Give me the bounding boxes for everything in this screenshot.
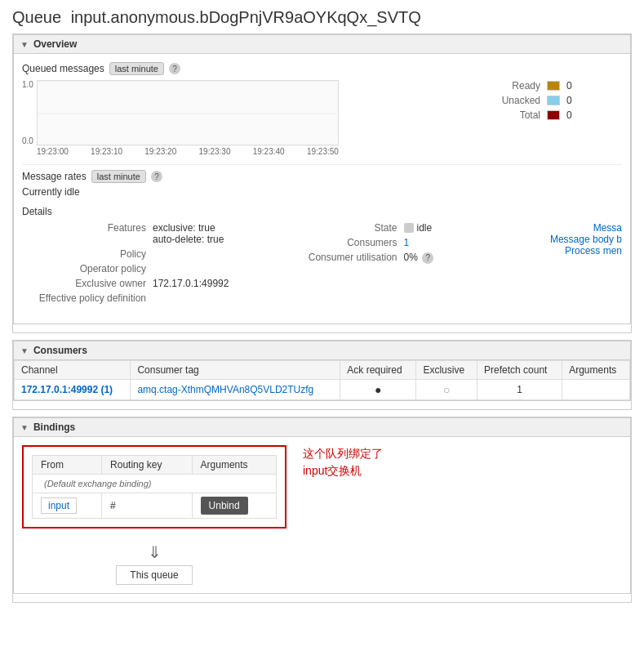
- col-channel: Channel: [15, 361, 131, 380]
- overview-section-content: Queued messages last minute ? 1.0 0.0: [13, 54, 631, 324]
- default-exchange-text: (Default exchange binding): [41, 477, 154, 490]
- consumer-utilisation-help-icon[interactable]: ?: [422, 252, 433, 264]
- from-value: input: [41, 497, 77, 514]
- features-value2: auto-delete: true: [153, 234, 224, 245]
- arrow-down-icon: ⇓: [148, 544, 162, 560]
- features-label: Features: [22, 222, 153, 234]
- details-subsection: Details Features exclusive: true auto-de…: [22, 206, 622, 307]
- bindings-section-header[interactable]: ▼ Bindings: [13, 417, 631, 437]
- annotation-col: 这个队列绑定了input交换机: [303, 445, 383, 479]
- annotation-text: 这个队列绑定了input交换机: [303, 445, 383, 479]
- queued-messages-subsection: Queued messages last minute ? 1.0 0.0: [22, 62, 622, 156]
- routing-key-header: Routing key: [102, 456, 192, 475]
- page-title: Queue input.anonymous.bDogPnjVR9aOYKqQx_…: [12, 8, 632, 27]
- effective-policy-row: Effective policy definition: [22, 292, 273, 304]
- total-color-box: [547, 110, 560, 120]
- ack-required-dot: ●: [375, 383, 381, 396]
- col-exclusive: Exclusive: [416, 361, 477, 380]
- features-value1: exclusive: true: [153, 222, 224, 234]
- consumer-utilisation-label: Consumer utilisation: [273, 252, 404, 263]
- bindings-table-head: From Routing key Arguments: [33, 456, 277, 475]
- ready-label: Ready: [491, 80, 540, 91]
- right-col1: Messa: [524, 222, 622, 234]
- bindings-inner-box: From Routing key Arguments (Default exch…: [22, 445, 286, 529]
- exclusive-owner-value: 172.17.0.1:49992: [153, 278, 229, 289]
- exclusive-owner-label: Exclusive owner: [22, 278, 153, 289]
- exclusive-dot: ○: [443, 383, 450, 396]
- message-rates-label: Message rates: [22, 171, 87, 182]
- arguments-header: Arguments: [192, 456, 276, 475]
- consumers-table-head: Channel Consumer tag Ack required Exclus…: [15, 361, 630, 380]
- operator-policy-label: Operator policy: [22, 263, 153, 274]
- chart-svg: [38, 81, 340, 146]
- ready-value: 0: [566, 80, 572, 91]
- unacked-value: 0: [566, 95, 572, 106]
- details-container: Features exclusive: true auto-delete: tr…: [22, 222, 622, 307]
- state-value: idle: [404, 222, 433, 234]
- bindings-layout: From Routing key Arguments (Default exch…: [22, 445, 622, 585]
- queued-messages-label: Queued messages: [22, 63, 104, 74]
- prefetch-count-cell: 1: [477, 380, 562, 400]
- message-rates-help-icon[interactable]: ?: [151, 171, 162, 182]
- details-middle-col: State idle Consumers 1 Consumer utilisat…: [273, 222, 525, 307]
- right-col2: Message body b: [524, 234, 622, 245]
- details-right-col: Messa Message body b Process men: [524, 222, 622, 307]
- message-rates-badge[interactable]: last minute: [91, 170, 146, 183]
- total-label: Total: [491, 109, 540, 121]
- time-range-badge[interactable]: last minute: [109, 62, 164, 75]
- message-rates-subsection: Message rates last minute ? Currently id…: [22, 170, 622, 198]
- from-header: From: [33, 456, 102, 475]
- consumers-section-header[interactable]: ▼ Consumers: [13, 341, 631, 360]
- default-exchange-row: (Default exchange binding): [33, 475, 277, 493]
- consumers-row: Consumers 1: [273, 237, 525, 248]
- chart-container: 1.0 0.0: [22, 80, 475, 156]
- col-ack-required: Ack required: [340, 361, 416, 380]
- arguments-cell: [562, 380, 630, 400]
- unbind-button[interactable]: Unbind: [201, 497, 248, 515]
- consumer-tag-cell[interactable]: amq.ctag-XthmQMHVAn8Q5VLD2TUzfg: [131, 380, 340, 400]
- legend-total: Total 0: [491, 109, 622, 121]
- this-queue-box: This queue: [116, 565, 192, 585]
- state-dot-icon: [404, 223, 414, 233]
- chart-y-axis: 1.0 0.0: [22, 80, 37, 145]
- arrow-down-section: ⇓: [22, 544, 286, 560]
- col-arguments: Arguments: [562, 361, 630, 380]
- total-value: 0: [566, 109, 572, 121]
- this-queue-container: This queue: [22, 565, 286, 585]
- channel-cell[interactable]: 172.17.0.1:49992 (1): [15, 380, 131, 400]
- consumers-label: Consumers: [273, 237, 404, 248]
- chart-area: 1.0 0.0: [22, 80, 622, 156]
- chart-wrapper: 1.0 0.0: [22, 80, 475, 156]
- consumer-utilisation-value: 0% ?: [404, 252, 434, 264]
- consumers-arrow-icon: ▼: [20, 346, 29, 355]
- bindings-header-row: From Routing key Arguments: [33, 456, 277, 475]
- overview-arrow-icon: ▼: [20, 40, 29, 49]
- binding-row: input # Unbind: [33, 493, 277, 519]
- queued-messages-help-icon[interactable]: ?: [169, 63, 180, 74]
- table-row: 172.17.0.1:49992 (1) amq.ctag-XthmQMHVAn…: [15, 380, 630, 400]
- unacked-label: Unacked: [491, 95, 540, 106]
- consumers-header-row: Channel Consumer tag Ack required Exclus…: [15, 361, 630, 380]
- chart-canvas: [37, 80, 339, 145]
- overview-section-label: Overview: [33, 38, 77, 50]
- policy-row: Policy: [22, 248, 273, 260]
- state-row: State idle: [273, 222, 525, 234]
- bindings-section-label: Bindings: [33, 421, 75, 433]
- chart-x-labels: 19:23:00 19:23:10 19:23:20 19:23:30 19:2…: [37, 147, 339, 156]
- consumers-section-label: Consumers: [33, 345, 87, 356]
- consumers-value[interactable]: 1: [404, 237, 410, 248]
- legend-area: Ready 0 Unacked 0 Total 0: [491, 80, 622, 121]
- legend-unacked: Unacked 0: [491, 95, 622, 106]
- consumers-section: ▼ Consumers Channel Consumer tag Ack req…: [12, 340, 632, 410]
- overview-section: ▼ Overview Queued messages last minute ?…: [12, 33, 632, 333]
- effective-policy-label: Effective policy definition: [22, 292, 153, 304]
- bindings-table-body: (Default exchange binding) input #: [33, 475, 277, 519]
- operator-policy-row: Operator policy: [22, 263, 273, 274]
- page-container: Queue input.anonymous.bDogPnjVR9aOYKqQx_…: [0, 0, 644, 618]
- arguments-binding-cell: Unbind: [192, 493, 276, 519]
- overview-section-header[interactable]: ▼ Overview: [13, 34, 631, 54]
- exclusive-owner-row: Exclusive owner 172.17.0.1:49992: [22, 278, 273, 289]
- ready-color-box: [547, 81, 560, 91]
- routing-key-cell: #: [102, 493, 192, 519]
- queued-messages-header: Queued messages last minute ?: [22, 62, 622, 75]
